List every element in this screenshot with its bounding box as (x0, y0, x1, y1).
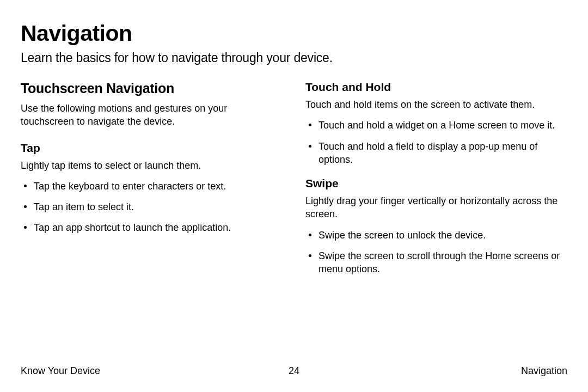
page-footer: Know Your Device 24 Navigation (21, 365, 567, 377)
page-subtitle: Learn the basics for how to navigate thr… (21, 51, 567, 65)
bullet-item: Tap the keyboard to enter characters or … (21, 180, 283, 193)
bullets-swipe: Swipe the screen to unlock the device. S… (305, 229, 567, 276)
footer-page-number: 24 (289, 365, 299, 377)
bullet-item: Tap an app shortcut to launch the applic… (21, 221, 283, 234)
bullets-touch-hold: Touch and hold a widget on a Home screen… (305, 119, 567, 166)
bullet-item: Touch and hold a widget on a Home screen… (305, 119, 567, 132)
section-intro-touchscreen: Use the following motions and gestures o… (21, 102, 283, 128)
subheading-swipe: Swipe (305, 177, 567, 190)
section-heading-touchscreen: Touchscreen Navigation (21, 81, 283, 96)
right-column: Touch and Hold Touch and hold items on t… (305, 81, 567, 287)
footer-left: Know Your Device (21, 365, 100, 377)
bullets-tap: Tap the keyboard to enter characters or … (21, 180, 283, 235)
subdesc-swipe: Lightly drag your finger vertically or h… (305, 194, 567, 221)
bullet-item: Swipe the screen to scroll through the H… (305, 249, 567, 276)
subheading-tap: Tap (21, 142, 283, 155)
bullet-item: Swipe the screen to unlock the device. (305, 229, 567, 242)
subdesc-touch-hold: Touch and hold items on the screen to ac… (305, 98, 567, 111)
page-title: Navigation (21, 21, 567, 46)
content-columns: Touchscreen Navigation Use the following… (21, 81, 567, 287)
footer-right: Navigation (521, 365, 567, 377)
bullet-item: Touch and hold a field to display a pop-… (305, 140, 567, 167)
left-column: Touchscreen Navigation Use the following… (21, 81, 283, 287)
bullet-item: Tap an item to select it. (21, 200, 283, 213)
subdesc-tap: Lightly tap items to select or launch th… (21, 159, 283, 172)
subheading-touch-hold: Touch and Hold (305, 81, 567, 94)
